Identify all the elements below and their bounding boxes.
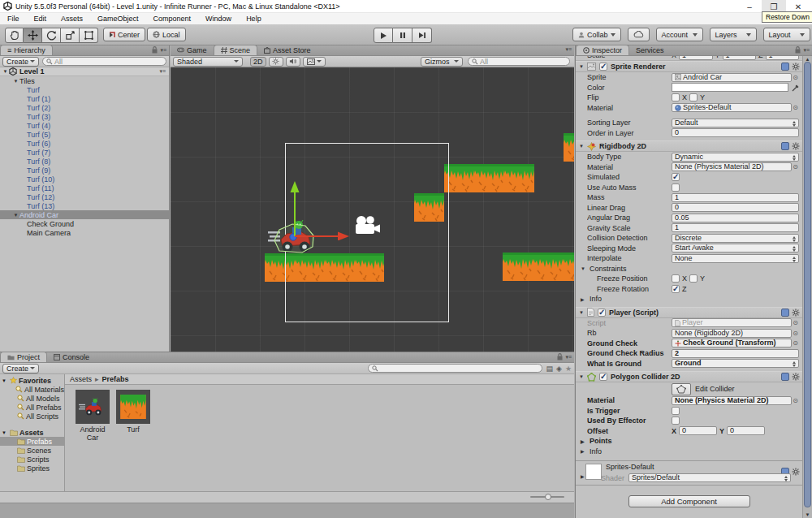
gear-icon[interactable] (792, 468, 800, 476)
rotate-tool-button[interactable] (42, 28, 61, 43)
value-field[interactable]: 1 (672, 193, 799, 202)
hierarchy-item-turf-5[interactable]: Turf (5) (0, 130, 169, 139)
lock-icon[interactable] (152, 46, 158, 54)
menu-assets[interactable]: Assets (54, 15, 90, 23)
eyedropper-icon[interactable] (791, 84, 799, 92)
search-by-type-icon[interactable]: ▤ (546, 365, 553, 373)
checkbox-x[interactable] (672, 93, 680, 101)
project-search-input[interactable] (368, 364, 542, 373)
panel-menu-icon[interactable]: ▾≡ (565, 46, 572, 53)
menu-window[interactable]: Window (198, 15, 239, 23)
component-enabled-checkbox[interactable] (599, 373, 607, 381)
slider-thumb[interactable] (545, 494, 551, 500)
foldout-icon[interactable]: ▼ (2, 430, 8, 435)
tab-project[interactable]: Project (0, 352, 47, 362)
inspector-scrollbar[interactable]: ▲ ▼ (802, 56, 812, 518)
shader-dropdown[interactable]: Sprites/Default (628, 473, 791, 482)
pause-button[interactable] (393, 28, 412, 43)
scale-tool-button[interactable] (61, 28, 80, 43)
hierarchy-search-input[interactable]: All (42, 57, 166, 66)
tab-services[interactable]: Services (629, 45, 671, 55)
foldout-icon[interactable]: ▼ (2, 69, 9, 74)
project-tree-item-favorites[interactable]: ▼Favorites (0, 376, 64, 385)
lock-icon[interactable] (557, 353, 563, 360)
panel-menu-icon[interactable]: ▾≡ (160, 47, 166, 54)
move-tool-button[interactable] (24, 28, 42, 43)
value-field[interactable]: 0 (672, 203, 799, 212)
gear-icon[interactable] (792, 142, 800, 150)
component-header-polygon-collider-2d[interactable]: ▼Polygon Collider 2D (576, 371, 802, 382)
scale-z-field[interactable]: 1 (766, 56, 799, 60)
x-field[interactable]: 0 (679, 426, 717, 435)
foldout-icon[interactable]: ▼ (579, 144, 584, 149)
object-picker-icon[interactable]: ⊙ (792, 397, 799, 404)
project-tree-item-all-prefabs[interactable]: All Prefabs (0, 403, 64, 412)
asset-item-turf[interactable]: Turf (116, 390, 150, 434)
panel-menu-icon[interactable]: ▾≡ (565, 354, 572, 360)
tab-game[interactable]: Game (171, 45, 214, 55)
hierarchy-item-turf-1[interactable]: Turf (1) (0, 94, 169, 103)
hierarchy-item-check-ground[interactable]: Check Ground (0, 219, 169, 228)
shading-mode-dropdown[interactable]: Shaded (173, 57, 243, 67)
account-button[interactable]: Account (656, 28, 703, 41)
foldout-icon[interactable]: ▼ (12, 213, 19, 218)
foldout-icon[interactable]: ▶ (581, 473, 587, 479)
hierarchy-item-turf-13[interactable]: Turf (13) (0, 201, 169, 210)
help-icon[interactable] (781, 63, 789, 71)
foldout-icon[interactable]: ▼ (12, 79, 19, 84)
scrollbar-thumb[interactable] (804, 62, 811, 507)
y-field[interactable]: 0 (727, 426, 765, 435)
pivot-local-button[interactable]: Local (147, 28, 186, 41)
minimize-button[interactable]: – (737, 0, 762, 13)
effects-dropdown-button[interactable] (303, 57, 326, 67)
project-tree-item-all-models[interactable]: All Models (0, 394, 64, 403)
checkbox[interactable] (672, 183, 680, 192)
layout-button[interactable]: Layout (763, 28, 810, 41)
foldout-row-info[interactable]: ▶Info (576, 447, 802, 457)
color-swatch[interactable] (672, 83, 788, 92)
foldout-icon[interactable]: ▶ (581, 296, 587, 302)
foldout-icon[interactable]: ▶ (581, 438, 587, 444)
object-picker-icon[interactable]: ⊙ (792, 319, 799, 326)
tab-hierarchy[interactable]: ≡ Hierarchy (0, 45, 53, 55)
foldout-icon[interactable]: ▶ (581, 448, 587, 454)
menu-gameobject[interactable]: GameObject (90, 15, 146, 23)
step-button[interactable] (412, 28, 432, 43)
hierarchy-item-turf[interactable]: Turf (0, 85, 169, 94)
project-tree-item-all-scripts[interactable]: All Scripts (0, 412, 64, 421)
play-button[interactable] (374, 28, 393, 43)
lock-icon[interactable] (795, 46, 801, 54)
help-icon[interactable] (781, 309, 789, 317)
tab-console[interactable]: Console (47, 352, 96, 362)
breadcrumb-root[interactable]: Assets (70, 375, 92, 383)
hierarchy-item-turf-12[interactable]: Turf (12) (0, 192, 169, 201)
project-create-button[interactable]: Create (2, 364, 39, 373)
thumbnail-size-slider[interactable] (530, 496, 564, 498)
help-icon[interactable] (781, 142, 789, 150)
scale-x-field[interactable]: 1 (679, 56, 712, 60)
cloud-button[interactable] (628, 28, 650, 41)
foldout-row-constraints[interactable]: ▼Constraints (576, 264, 802, 274)
menu-edit[interactable]: Edit (27, 15, 54, 23)
hierarchy-create-button[interactable]: Create (2, 57, 39, 67)
dropdown-field[interactable]: Start Awake (672, 244, 799, 253)
object-field[interactable]: None (Rigidbody 2D) (672, 329, 792, 338)
edit-collider-button[interactable] (672, 383, 691, 395)
asset-item-android-car[interactable]: Android Car (76, 390, 110, 442)
foldout-icon[interactable]: ▼ (579, 310, 584, 315)
value-field[interactable]: 1 (672, 223, 799, 232)
hierarchy-scene-root[interactable]: ▼ Level 1 ▾≡ (0, 67, 169, 76)
hierarchy-item-turf-9[interactable]: Turf (9) (0, 166, 169, 175)
dropdown-field[interactable]: Ground (672, 359, 799, 368)
object-field[interactable]: Android Car (672, 73, 792, 82)
foldout-icon[interactable]: ▼ (579, 64, 584, 69)
tab-scene[interactable]: Scene (214, 45, 258, 55)
project-tree-item-all-materials[interactable]: All Materials (0, 385, 64, 394)
gear-icon[interactable] (792, 63, 800, 71)
hierarchy-item-turf-3[interactable]: Turf (3) (0, 112, 169, 121)
lighting-toggle-button[interactable] (269, 57, 283, 67)
scene-menu-icon[interactable]: ▾≡ (159, 68, 166, 75)
checkbox-x[interactable] (672, 274, 680, 283)
object-field[interactable]: Sprites-Default (672, 103, 792, 112)
checkbox-y[interactable] (689, 274, 698, 283)
